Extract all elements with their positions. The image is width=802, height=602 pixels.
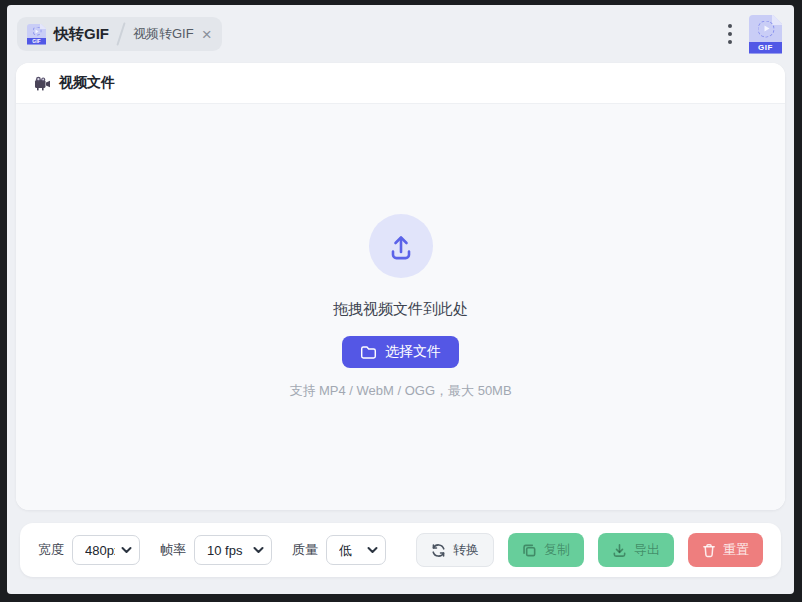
framerate-select[interactable]: 10 fps: [194, 535, 272, 565]
quality-select[interactable]: 低: [326, 535, 386, 565]
breadcrumb-separator: [116, 22, 125, 45]
upload-icon: [386, 231, 416, 261]
upload-circle: [369, 214, 433, 278]
top-bar-right: GIF: [724, 15, 782, 54]
top-bar: GIF 快转GIF 视频转GIF × GIF: [7, 5, 794, 63]
convert-button[interactable]: 转换: [416, 533, 494, 567]
folder-icon: [360, 345, 377, 360]
gif-file-icon[interactable]: GIF: [749, 15, 782, 54]
play-reel-icon: [757, 20, 774, 37]
app-background: GIF 快转GIF 视频转GIF × GIF: [7, 5, 794, 594]
copy-icon: [522, 543, 537, 558]
file-fold-corner: [772, 15, 782, 25]
tab-group: GIF 快转GIF 视频转GIF ×: [17, 17, 222, 51]
framerate-select-wrap: 10 fps: [194, 535, 272, 565]
reset-button[interactable]: 重置: [688, 533, 763, 567]
play-reel-icon: [32, 27, 41, 36]
framerate-field: 帧率 10 fps: [160, 535, 272, 565]
width-select-wrap: 480px: [72, 535, 140, 565]
quality-label: 质量: [292, 541, 318, 559]
quality-select-wrap: 低: [326, 535, 386, 565]
width-select[interactable]: 480px: [72, 535, 140, 565]
file-fold-corner: [40, 24, 46, 29]
quality-field: 质量 低: [292, 535, 386, 565]
tab-video-to-gif[interactable]: 视频转GIF ×: [133, 25, 212, 43]
more-menu-button[interactable]: [724, 20, 736, 48]
download-icon: [612, 543, 627, 558]
app-brand[interactable]: GIF 快转GIF: [27, 24, 109, 45]
choose-file-button[interactable]: 选择文件: [342, 336, 459, 368]
window-frame: GIF 快转GIF 视频转GIF × GIF: [0, 0, 802, 602]
gif-badge: GIF: [27, 38, 46, 45]
play-triangle-icon: [36, 29, 39, 33]
tab-close-icon[interactable]: ×: [202, 26, 212, 43]
choose-file-label: 选择文件: [385, 343, 441, 361]
convert-label: 转换: [453, 541, 479, 559]
copy-button[interactable]: 复制: [508, 533, 584, 567]
play-triangle-icon: [764, 26, 769, 32]
panel-title: 视频文件: [59, 74, 115, 92]
format-hint-text: 支持 MP4 / WebM / OGG，最大 50MB: [289, 382, 511, 400]
width-label: 宽度: [38, 541, 64, 559]
panel-header: 视频文件: [16, 63, 785, 104]
bottom-toolbar: 宽度 480px 帧率 10 fps: [20, 523, 781, 577]
export-label: 导出: [634, 541, 660, 559]
drag-hint-text: 拖拽视频文件到此处: [333, 300, 468, 319]
video-camera-icon: [34, 76, 51, 91]
dropzone[interactable]: 拖拽视频文件到此处 选择文件 支持 MP4 / WebM / OGG，最大 50…: [16, 104, 785, 510]
copy-label: 复制: [544, 541, 570, 559]
app-logo-icon: GIF: [27, 24, 46, 45]
framerate-label: 帧率: [160, 541, 186, 559]
gif-badge: GIF: [749, 42, 782, 54]
width-field: 宽度 480px: [38, 535, 140, 565]
refresh-icon: [431, 543, 446, 558]
export-button[interactable]: 导出: [598, 533, 674, 567]
tab-label: 视频转GIF: [133, 25, 194, 43]
reset-label: 重置: [723, 541, 749, 559]
video-file-panel: 视频文件 拖拽视频文件到此处 选择文件 支持 MP4: [16, 63, 785, 510]
app-title: 快转GIF: [54, 25, 109, 44]
trash-icon: [702, 543, 716, 558]
